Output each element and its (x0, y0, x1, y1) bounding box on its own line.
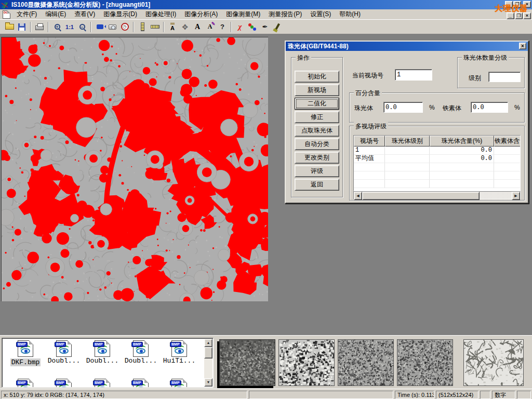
col-pearlite-grade: 珠光体级别 (385, 136, 430, 147)
bmp-file-icon: BMP (171, 340, 187, 357)
thumbnail-3[interactable] (338, 339, 394, 386)
ferrite-percent-input[interactable] (471, 102, 508, 113)
thumbnail-1[interactable] (219, 339, 275, 386)
menu-image-display[interactable]: 图像显示(D) (99, 9, 141, 20)
menu-edit[interactable]: 编辑(E) (41, 9, 70, 20)
menu-file[interactable]: 文件(F) (12, 9, 41, 20)
pearlite-percent-input[interactable] (383, 102, 423, 113)
file-name[interactable]: HuiTi... (163, 357, 195, 365)
file-item[interactable]: BMP Doubl... (45, 340, 83, 365)
table-header-row: 视场号 珠光体级别 珠光体含量(%) 铁素体含量(%) (354, 136, 520, 147)
measure-label-button[interactable]: A (166, 21, 179, 33)
file-item-clipped[interactable]: BMP (7, 379, 44, 388)
open-file-button[interactable] (3, 21, 16, 33)
scroll-up-icon[interactable]: ▲ (204, 339, 212, 347)
timer-button[interactable]: ◷ (118, 21, 131, 33)
toolbar-separator (163, 22, 164, 32)
change-class-button[interactable]: 更改类别 (295, 152, 339, 164)
scrollbar-thumb[interactable] (362, 192, 480, 200)
dialog-title-bar[interactable]: 珠光体(GB/T9441-88) (286, 42, 528, 51)
edit-text-button[interactable]: A✎ (204, 21, 216, 33)
new-field-button[interactable]: 新视场 (295, 84, 339, 96)
micrograph-image[interactable] (1, 37, 268, 301)
file-item-clipped[interactable]: BMP (122, 379, 159, 388)
count-points-button[interactable] (246, 21, 259, 33)
file-name[interactable]: Doubl... (125, 357, 157, 365)
menu-view[interactable]: 查看(V) (70, 9, 99, 20)
move-tool-button[interactable]: ✥ (179, 21, 191, 33)
actual-size-button[interactable]: 1:1 (63, 21, 76, 33)
bmp-badge: BMP (170, 380, 181, 385)
watermark-text: 大理仪器 (495, 4, 528, 14)
zoom-out-icon: − (79, 24, 85, 30)
file-item-clipped[interactable]: BMP (84, 379, 121, 388)
table-row-empty (354, 171, 520, 180)
save-button[interactable] (16, 21, 28, 33)
rate-button[interactable]: 评级 (295, 165, 339, 177)
curve-tool-button[interactable]: χ (234, 21, 246, 33)
dialog-close-icon[interactable]: × (519, 43, 526, 49)
file-name[interactable]: Doubl... (48, 357, 80, 365)
file-browser-scrollbar[interactable]: ▲ ▼ (204, 339, 212, 387)
thumbnail-4[interactable] (397, 339, 453, 386)
bmp-file-icon: BMP (95, 379, 110, 388)
scrollbar-track[interactable] (480, 192, 512, 199)
menu-image-analysis[interactable]: 图像分析(A) (180, 9, 222, 20)
file-item[interactable]: BMP DKF.bmp (7, 340, 44, 366)
pen-tool-button[interactable]: ✒ (259, 21, 271, 33)
zoom-out-button[interactable]: − (76, 21, 88, 33)
menu-measure-report[interactable]: 测量报告(P) (264, 9, 306, 20)
percent-group-label: 百分含量 (354, 89, 382, 98)
document-icon[interactable]: DOC (3, 10, 10, 19)
camera-capture-button[interactable] (106, 21, 118, 33)
scrollbar-thumb[interactable] (204, 347, 212, 358)
table-horizontal-scrollbar[interactable]: ◀ ▶ (353, 191, 521, 200)
current-field-input[interactable] (395, 69, 432, 81)
toolbar-separator (133, 22, 134, 32)
text-tool-button[interactable]: A (191, 21, 204, 33)
table-row[interactable]: 1 0.0 (354, 147, 520, 155)
print-button[interactable] (33, 21, 46, 33)
zoom-in-button[interactable]: + (51, 21, 63, 33)
correct-button[interactable]: 修正 (295, 111, 339, 123)
initialize-button[interactable]: 初始化 (295, 71, 339, 83)
help-button[interactable]: ? (216, 21, 229, 33)
file-name-selected[interactable]: DKF.bmp (10, 358, 41, 366)
table-row[interactable]: 平均值 0.0 (354, 155, 520, 163)
thumbnail-5[interactable] (463, 339, 524, 386)
grade-input[interactable] (488, 72, 521, 82)
file-name[interactable]: Doubl... (86, 357, 118, 365)
menu-help[interactable]: 帮助(H) (335, 9, 365, 20)
menu-image-processing[interactable]: 图像处理(I) (141, 9, 180, 20)
move-icon: ✥ (182, 23, 188, 31)
eye-icon (21, 348, 30, 354)
pick-pearlite-button[interactable]: 点取珠光体 (295, 125, 339, 137)
rating-table[interactable]: 视场号 珠光体级别 珠光体含量(%) 铁素体含量(%) 1 0.0 平均值 0.… (353, 135, 521, 191)
cell-ferrite (494, 147, 521, 155)
thumbnail-2[interactable] (278, 339, 335, 386)
file-item-clipped[interactable]: BMP (161, 379, 198, 388)
return-button[interactable]: 返回 (295, 179, 339, 191)
brush-tool-button[interactable] (271, 21, 284, 33)
scroll-left-icon[interactable]: ◀ (354, 192, 362, 200)
bmp-file-icon: BMP (133, 379, 149, 388)
file-item[interactable]: BMP HuiTi... (161, 340, 198, 365)
scroll-right-icon[interactable]: ▶ (512, 192, 520, 200)
colored-points-icon (250, 25, 254, 29)
bmp-badge: BMP (55, 380, 66, 385)
auto-classify-button[interactable]: 自动分类 (295, 138, 339, 150)
scroll-down-icon[interactable]: ▼ (204, 378, 212, 387)
caliper-button[interactable] (136, 21, 149, 33)
video-camera-icon (97, 24, 103, 29)
ruler-button[interactable] (149, 21, 161, 33)
eye-icon (59, 348, 69, 354)
menu-image-measure[interactable]: 图像测量(M) (222, 9, 264, 20)
bmp-file-icon: BMP (18, 340, 33, 357)
menu-settings[interactable]: 设置(S) (306, 9, 335, 20)
file-item[interactable]: BMP Doubl... (84, 340, 121, 365)
operation-group-label: 操作 (296, 54, 311, 62)
file-item[interactable]: BMP Doubl... (122, 340, 159, 365)
video-capture-button[interactable] (94, 21, 106, 33)
file-item-clipped[interactable]: BMP (45, 379, 83, 388)
binarize-button[interactable]: 二值化 (295, 98, 339, 110)
